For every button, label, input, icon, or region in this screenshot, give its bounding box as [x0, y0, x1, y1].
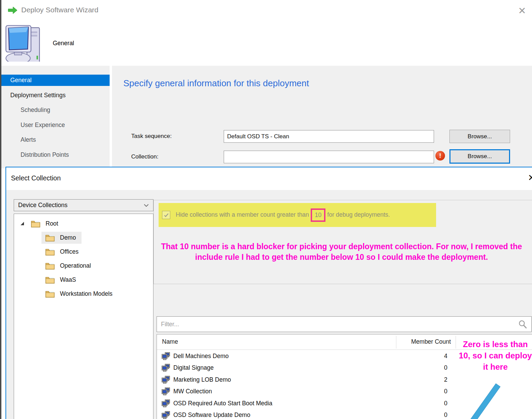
folder-icon	[45, 233, 55, 242]
wizard-green-arrow-icon	[8, 5, 18, 15]
sidebar-step-item[interactable]: User Experience	[1, 119, 110, 131]
tree-item-root[interactable]: Root	[14, 217, 153, 231]
sidebar-step-label: User Experience	[21, 122, 65, 128]
collection-icon	[162, 399, 170, 407]
collection-name: Dell Machines Demo	[173, 353, 228, 360]
collection-label: Collection:	[131, 153, 158, 160]
member-count: 0	[373, 411, 447, 419]
column-header-name[interactable]: Name	[162, 338, 178, 345]
member-count: 0	[373, 400, 447, 407]
annotation-yellow-highlight: Hide collections with a member count gre…	[159, 203, 436, 227]
sidebar-step-label: Scheduling	[21, 106, 50, 113]
select-collection-dialog: Select Collection ✕ Device Collections	[5, 167, 532, 419]
collection-icon	[162, 352, 170, 360]
tree-item-label: Demo	[60, 234, 76, 241]
collection-scope-dropdown[interactable]: Device Collections	[14, 199, 153, 211]
collection-icon	[162, 364, 170, 372]
sidebar-step-label: Deployment Settings	[10, 92, 65, 99]
folder-icon	[45, 290, 55, 298]
sidebar-step-label: General	[10, 77, 32, 84]
member-count: 2	[373, 376, 447, 383]
collection-folder-tree: Root	[14, 214, 153, 419]
member-count: 0	[373, 388, 447, 395]
tree-item-label: Offices	[60, 248, 78, 255]
annotation-pink-value-box: 10	[311, 208, 325, 222]
tree-item-label: Root	[46, 220, 58, 227]
tree-expander-icon[interactable]	[21, 222, 24, 226]
title-bar: Deploy Software Wizard ✕	[1, 0, 532, 21]
collection-name: Digital Signage	[173, 364, 214, 371]
tree-item-label: WaaS	[60, 276, 76, 283]
sidebar-step-item[interactable]: Scheduling	[1, 104, 110, 116]
form-heading: Specify general information for this dep…	[123, 78, 309, 89]
computer-icon	[5, 23, 43, 62]
collection-input[interactable]	[224, 151, 434, 163]
folder-icon	[45, 247, 55, 256]
debug-rule-panel: Hide collections with a member count gre…	[153, 200, 532, 284]
hide-collections-checkbox-label: Hide collections with a member count gre…	[176, 208, 390, 222]
dialog-body: Device Collections	[6, 190, 532, 419]
search-icon	[518, 320, 527, 329]
window-edge	[0, 0, 1, 419]
collection-icon	[162, 388, 170, 395]
task-sequence-label: Task sequence:	[131, 133, 172, 140]
folder-icon	[30, 219, 41, 228]
tree-item[interactable]: Demo	[14, 231, 153, 245]
column-header-member-count[interactable]: Member Count	[376, 338, 451, 345]
collection-icon	[162, 376, 170, 384]
hide-collections-checkbox	[162, 211, 170, 219]
window-title: Deploy Software Wizard	[21, 6, 98, 14]
column-separator[interactable]	[396, 336, 396, 348]
tree-item-label: Workstation Models	[60, 290, 112, 297]
chevron-down-icon	[144, 204, 149, 207]
deploy-software-wizard-window: Deploy Software Wizard ✕ General General…	[0, 0, 532, 419]
sidebar-step-item[interactable]: General	[1, 75, 110, 86]
tree-item-label: Operational	[60, 262, 91, 269]
collection-browse-button[interactable]: Browse...	[449, 149, 510, 164]
tree-item[interactable]: Offices	[14, 245, 153, 259]
annotation-deploy-note: Zero is less than 10, so I can deploy it…	[457, 339, 532, 372]
folder-icon	[45, 276, 55, 284]
tree-item[interactable]: WaaS	[14, 273, 153, 287]
scope-dropdown-value: Device Collections	[18, 202, 67, 209]
sidebar-step-label: Alerts	[21, 136, 36, 143]
member-count: 4	[373, 353, 447, 360]
dialog-close-button[interactable]: ✕	[525, 172, 532, 184]
folder-icon	[45, 262, 55, 270]
tree-children: Demo	[14, 231, 153, 301]
wizard-page-title: General	[53, 40, 74, 47]
filter-input[interactable]	[157, 317, 521, 332]
sidebar-step-item[interactable]: Distribution Points	[1, 149, 110, 161]
collection-name: Marketing LOB Demo	[173, 376, 231, 383]
window-close-button[interactable]: ✕	[515, 3, 530, 18]
wizard-step-sidebar: General Deployment Settings Scheduling U…	[1, 66, 110, 164]
tree-item[interactable]: Operational	[14, 259, 153, 273]
sidebar-step-item[interactable]: Deployment Settings	[1, 90, 110, 101]
dialog-title: Select Collection	[11, 174, 61, 182]
sidebar-step-item[interactable]: Alerts	[1, 134, 110, 145]
filter-field	[157, 316, 532, 332]
collection-name: OSD Required Auto Start Boot Media	[173, 400, 272, 407]
collection-icon	[162, 411, 170, 419]
sidebar-step-label: Distribution Points	[21, 151, 69, 158]
collection-name: MW Collection	[173, 388, 212, 395]
tree-item[interactable]: Workstation Models	[14, 287, 153, 301]
validation-error-icon: !	[435, 151, 445, 161]
annotation-arrow	[439, 381, 508, 419]
task-sequence-browse-button[interactable]: Browse...	[449, 130, 510, 143]
member-count: 0	[373, 364, 447, 371]
task-sequence-input[interactable]	[224, 130, 434, 143]
annotation-blocker-note: That 10 number is a hard blocker for pic…	[161, 241, 522, 263]
sidebar-divider	[110, 66, 112, 168]
collection-name: OSD Software Update Demo	[173, 411, 250, 419]
column-separator[interactable]	[456, 336, 456, 348]
